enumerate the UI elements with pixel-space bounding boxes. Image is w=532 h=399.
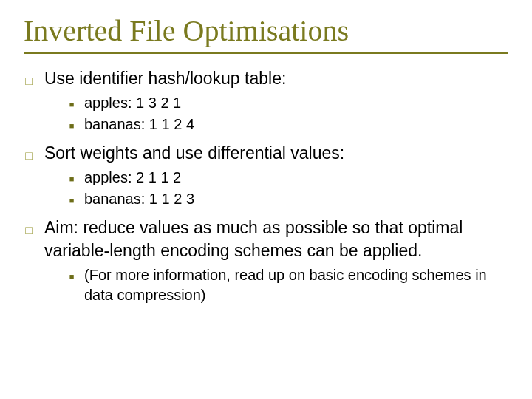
sub-bullet-item: ■ bananas: 1 1 2 4 [68, 115, 508, 134]
square-bullet-icon: □ [24, 148, 34, 164]
sub-bullet-group: ■ (For more information, read up on basi… [68, 265, 508, 305]
sub-bullet-group: ■ apples: 1 3 2 1 ■ bananas: 1 1 2 4 [68, 93, 508, 134]
title-underline [24, 52, 508, 54]
square-bullet-icon: ■ [68, 271, 75, 282]
sub-bullet-item: ■ bananas: 1 1 2 3 [68, 189, 508, 209]
sub-bullet-text: bananas: 1 1 2 4 [84, 115, 508, 134]
square-bullet-icon: ■ [68, 195, 75, 206]
sub-bullet-group: ■ apples: 2 1 1 2 ■ bananas: 1 1 2 3 [68, 168, 508, 209]
square-bullet-icon: ■ [68, 99, 75, 110]
bullet-text: Sort weights and use differential values… [44, 142, 508, 165]
sub-bullet-text: apples: 2 1 1 2 [84, 168, 508, 188]
square-bullet-icon: □ [24, 73, 34, 89]
slide-body: □ Use identifier hash/lookup table: ■ ap… [24, 67, 508, 305]
sub-bullet-item: ■ apples: 1 3 2 1 [68, 93, 508, 113]
sub-bullet-item: ■ apples: 2 1 1 2 [68, 168, 508, 188]
bullet-item: □ Aim: reduce values as much as possible… [24, 216, 508, 262]
square-bullet-icon: □ [24, 222, 34, 239]
sub-bullet-text: (For more information, read up on basic … [84, 265, 508, 305]
sub-bullet-text: apples: 1 3 2 1 [84, 93, 508, 113]
slide-title: Inverted File Optimisations [24, 13, 508, 48]
bullet-item: □ Sort weights and use differential valu… [24, 142, 508, 165]
bullet-text: Use identifier hash/lookup table: [44, 67, 508, 90]
bullet-item: □ Use identifier hash/lookup table: [24, 67, 508, 90]
sub-bullet-item: ■ (For more information, read up on basi… [68, 265, 508, 305]
slide: Inverted File Optimisations □ Use identi… [0, 0, 532, 399]
sub-bullet-text: bananas: 1 1 2 3 [84, 189, 508, 209]
square-bullet-icon: ■ [68, 174, 75, 185]
bullet-text: Aim: reduce values as much as possible s… [44, 216, 508, 262]
square-bullet-icon: ■ [68, 120, 75, 132]
